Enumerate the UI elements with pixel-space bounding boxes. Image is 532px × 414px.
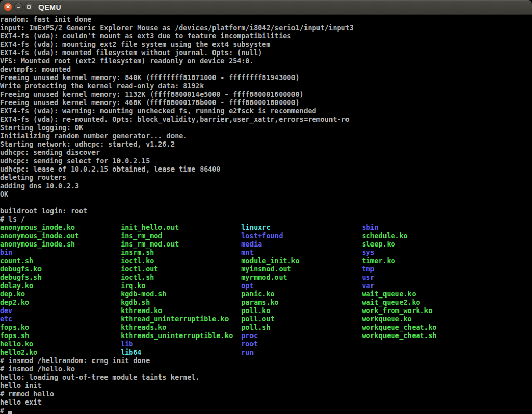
file-name: work_from_work.ko	[362, 307, 433, 315]
console-line: Freeing unused kernel memory: 840K (ffff…	[0, 74, 532, 82]
console-line: OK	[0, 190, 532, 199]
file-name: kthreads_uninterruptible.ko	[121, 332, 241, 340]
console-line	[0, 199, 532, 207]
file-name: kthread_uninterruptible.ko	[121, 315, 241, 323]
minimize-button[interactable]	[14, 3, 23, 11]
window-titlebar[interactable]: ✕ QEMU	[0, 0, 532, 15]
file-name: poll.out	[241, 315, 362, 323]
minimize-icon	[17, 7, 20, 8]
console-line: bin insrm.sh mnt sys	[0, 249, 532, 257]
shell-prompt: #	[0, 407, 8, 414]
console-line: VFS: Mounted root (ext2 filesystem) read…	[0, 57, 532, 66]
console-line: etc kthread_uninterruptible.ko poll.out …	[0, 315, 532, 324]
file-name: ins_rm_mod	[121, 232, 241, 240]
console-line: dev kthread.ko poll.ko work_from_work.ko	[0, 307, 532, 315]
console-line: hello exit	[0, 398, 532, 407]
console-line: Write protecting the kernel read-only da…	[0, 82, 532, 90]
console-line: EXT4-fs (vda): warning: mounting uncheck…	[0, 107, 532, 115]
file-name: schedule.ko	[362, 232, 408, 240]
maximize-button[interactable]	[24, 3, 33, 11]
console-line: udhcpc: sending discover	[0, 149, 532, 157]
file-name: workqueue_cheat.sh	[362, 332, 437, 340]
console-line: udhcpc: sending select for 10.0.2.15	[0, 157, 532, 165]
console-line: delay.ko irq.ko opt var	[0, 282, 532, 290]
console-line: debugfs.ko ioctl.out myinsmod.out tmp	[0, 265, 532, 274]
file-name: dep.ko	[0, 290, 121, 298]
qemu-window: ✕ QEMU random: fast init doneinput: ImEx…	[0, 0, 532, 414]
console-line: fops.sh kthreads_uninterruptible.ko proc…	[0, 332, 532, 340]
file-name: irq.ko	[121, 282, 241, 290]
console-line: hello: loading out-of-tree module taints…	[0, 373, 532, 382]
console-line: adding dns 10.0.2.3	[0, 182, 532, 190]
console-line: hello init	[0, 382, 532, 390]
file-name: debugfs.ko	[0, 265, 121, 273]
console-line: anonymous_inode.sh ins_rm_mod.out media …	[0, 240, 532, 249]
file-name: opt	[241, 282, 362, 290]
file-name: debugfs.sh	[0, 274, 121, 281]
console-line: # insmod /hello.ko	[0, 365, 532, 373]
file-name: hello.ko	[0, 340, 121, 348]
console-line: EXT4-fs (vda): mounting ext2 file system…	[0, 41, 532, 49]
console-line: Starting logging: OK	[0, 124, 532, 132]
file-name: workqueue_cheat.ko	[362, 324, 437, 331]
console-line: # ls /	[0, 215, 532, 224]
console-line: dep.ko kgdb-mod.sh panic.ko wait_queue.k…	[0, 290, 532, 299]
file-name: poll.ko	[241, 307, 362, 315]
console-line: #	[0, 407, 532, 414]
window-title: QEMU	[38, 0, 61, 15]
file-name: linuxrc	[241, 224, 362, 231]
file-name: myinsmod.out	[241, 265, 362, 273]
file-name: sys	[362, 249, 375, 256]
console-line: EXT4-fs (vda): mounted filesystem withou…	[0, 49, 532, 57]
console-line: random: fast init done	[0, 16, 532, 24]
file-name: ioctl.ko	[121, 257, 241, 265]
file-name: root	[241, 340, 258, 348]
file-name: insrm.sh	[121, 249, 241, 256]
file-name: kthreads.ko	[121, 324, 241, 331]
file-name: timer.ko	[362, 257, 395, 265]
file-name: panic.ko	[241, 290, 362, 298]
console-line: devtmpfs: mounted	[0, 66, 532, 74]
console-line: debugfs.sh ioctl.sh myrmmod.out usr	[0, 274, 532, 282]
file-name: fops.sh	[0, 332, 121, 340]
file-name: wait_queue2.ko	[362, 299, 420, 306]
file-name: etc	[0, 315, 121, 323]
console-line: count.sh ioctl.ko module_init.ko timer.k…	[0, 257, 532, 265]
file-name: kgdb-mod.sh	[121, 290, 241, 298]
console-line: anonymous_inode.out ins_rm_mod lost+foun…	[0, 232, 532, 240]
close-button[interactable]: ✕	[4, 3, 12, 11]
console-line: buildroot login: root	[0, 207, 532, 215]
file-name: ioctl.sh	[121, 274, 241, 281]
console-line: hello2.ko lib64 run	[0, 348, 532, 357]
file-name: lib	[121, 340, 241, 348]
file-name: params.ko	[241, 299, 362, 306]
file-name: anonymous_inode.out	[0, 232, 121, 240]
file-name: dep2.ko	[0, 299, 121, 306]
file-name: kgdb.sh	[121, 299, 241, 306]
file-name: run	[241, 348, 254, 356]
console-line: # rmmod hello	[0, 390, 532, 398]
console-screen[interactable]: random: fast init doneinput: ImExPS/2 Ge…	[0, 15, 532, 414]
console-line: Initializing random number generator... …	[0, 132, 532, 140]
file-name: var	[362, 282, 375, 290]
file-name: usr	[362, 274, 375, 281]
file-name: kthread.ko	[121, 307, 241, 315]
console-line: Freeing unused kernel memory: 468K (ffff…	[0, 99, 532, 107]
console-line: Starting network: udhcpc: started, v1.26…	[0, 140, 532, 149]
file-name: lost+found	[241, 232, 362, 240]
console-line: EXT4-fs (vda): couldn't mount as ext3 du…	[0, 32, 532, 41]
file-name: count.sh	[0, 257, 121, 265]
console-line: dep2.ko kgdb.sh params.ko wait_queue2.ko	[0, 299, 532, 307]
console-line: EXT4-fs (vda): re-mounted. Opts: block_v…	[0, 115, 532, 124]
file-name: hello2.ko	[0, 348, 121, 356]
console-line: deleting routers	[0, 174, 532, 182]
close-icon: ✕	[6, 4, 10, 10]
file-name: sleep.ko	[362, 240, 395, 248]
maximize-icon	[27, 5, 31, 9]
file-name: tmp	[362, 265, 375, 273]
file-name: dev	[0, 307, 121, 315]
console-line: fops.ko kthreads.ko poll.sh workqueue_ch…	[0, 324, 532, 332]
file-name: lib64	[121, 348, 241, 356]
file-name: wait_queue.ko	[362, 290, 416, 298]
file-name: ins_rm_mod.out	[121, 240, 241, 248]
